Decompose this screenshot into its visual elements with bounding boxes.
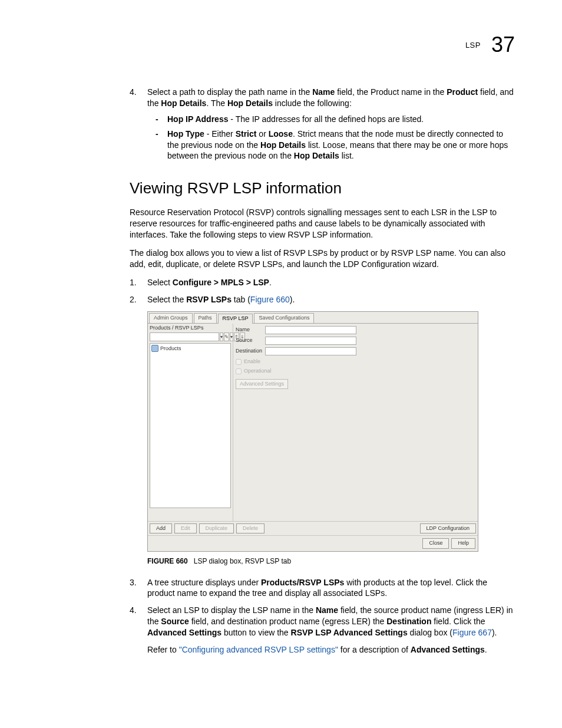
step-2: 2. Select the RSVP LSPs tab (Figure 660)…	[130, 294, 515, 305]
products-tree-panel: Products / RSVP LSPs ▾ ✎ ▾ ⇑ ⇓	[148, 324, 233, 521]
page-body: 4. Select a path to display the path nam…	[47, 87, 515, 655]
figure-link[interactable]: Figure 667	[452, 628, 492, 637]
paragraph: The dialog box allows you to view a list…	[130, 248, 515, 270]
header-label: LSP	[465, 41, 481, 50]
operational-checkbox-row: Operational	[236, 368, 475, 374]
tree-header: Products / RSVP LSPs	[150, 325, 231, 331]
step-number: 2.	[130, 294, 137, 305]
tree-toolbar: ▾ ✎ ▾ ⇑ ⇓	[150, 332, 231, 341]
tree-filter-input[interactable]	[150, 332, 219, 341]
duplicate-button[interactable]: Duplicate	[199, 523, 234, 534]
enable-checkbox[interactable]	[236, 359, 242, 365]
form-panel: Name Source Destination	[233, 324, 478, 521]
add-button[interactable]: Add	[150, 523, 172, 534]
tab-admin-groups[interactable]: Admin Groups	[149, 313, 193, 323]
figure-660: Admin Groups Paths RSVP LSP Saved Config…	[147, 311, 515, 566]
tab-rsvp-lsp[interactable]: RSVP LSP	[218, 314, 253, 324]
list-number: 4.	[130, 87, 137, 98]
delete-button[interactable]: Delete	[236, 523, 265, 534]
section-title: Viewing RSVP LSP information	[130, 178, 515, 199]
edit-icon[interactable]: ✎	[224, 332, 229, 341]
destination-input[interactable]	[265, 347, 356, 355]
figure-caption-text: LSP dialog box, RSVP LSP tab	[194, 557, 291, 565]
tab-saved-configurations[interactable]: Saved Configurations	[254, 313, 314, 323]
paragraph: Resource Reservation Protocol (RSVP) con…	[130, 207, 515, 241]
page: LSP 37 4. Select a path to display the p…	[0, 0, 562, 728]
form-row-destination: Destination	[236, 347, 475, 355]
name-label: Name	[236, 327, 265, 333]
folder-icon	[151, 345, 158, 352]
step-number: 4.	[130, 605, 137, 616]
sub-list-item: Hop IP Address - The IP addresses for al…	[147, 114, 515, 125]
edit-button[interactable]: Edit	[174, 523, 197, 534]
step-1: 1. Select Configure > MPLS > LSP.	[130, 277, 515, 288]
dialog-buttons-row: Add Edit Duplicate Delete LDP Configurat…	[148, 521, 478, 536]
step-4: 4. Select an LSP to display the LSP name…	[130, 605, 515, 655]
lsp-dialog: Admin Groups Paths RSVP LSP Saved Config…	[147, 311, 478, 552]
dialog-footer: Close Help	[148, 535, 478, 551]
form-row-source: Source	[236, 337, 475, 345]
tab-bar: Admin Groups Paths RSVP LSP Saved Config…	[148, 312, 478, 323]
operational-checkbox[interactable]	[236, 368, 242, 374]
step-number: 1.	[130, 277, 137, 288]
close-button[interactable]: Close	[422, 538, 449, 549]
right-buttons: LDP Configuration	[420, 523, 476, 534]
ldp-configuration-button[interactable]: LDP Configuration	[420, 523, 476, 534]
name-input[interactable]	[265, 326, 356, 334]
destination-label: Destination	[236, 348, 265, 354]
advanced-settings-button[interactable]: Advanced Settings	[236, 379, 288, 390]
tree-content[interactable]: Products	[150, 343, 231, 508]
tree-node-label: Products	[160, 346, 181, 352]
top-numbered-list: 4. Select a path to display the path nam…	[130, 87, 515, 162]
steps-list: 1. Select Configure > MPLS > LSP. 2. Sel…	[130, 277, 515, 305]
dropdown-icon[interactable]: ▾	[220, 332, 223, 341]
cross-reference-link[interactable]: "Configuring advanced RSVP LSP settings"	[179, 645, 338, 654]
step-number: 3.	[130, 577, 137, 588]
enable-label: Enable	[244, 359, 260, 365]
tree-root-node[interactable]: Products	[151, 345, 229, 352]
dialog-main: Products / RSVP LSPs ▾ ✎ ▾ ⇑ ⇓	[148, 323, 478, 521]
tab-paths[interactable]: Paths	[194, 313, 217, 323]
header-number: 37	[491, 32, 515, 57]
figure-caption: FIGURE 660 LSP dialog box, RSVP LSP tab	[147, 556, 515, 566]
figure-link[interactable]: Figure 660	[250, 295, 290, 304]
list-text: Select a path to display the path name i…	[147, 87, 514, 108]
step-3: 3. A tree structure displays under Produ…	[130, 577, 515, 599]
page-header: LSP 37	[47, 32, 515, 57]
sub-list: Hop IP Address - The IP addresses for al…	[147, 114, 515, 162]
left-buttons: Add Edit Duplicate Delete	[150, 523, 265, 534]
source-label: Source	[236, 338, 265, 344]
enable-checkbox-row: Enable	[236, 359, 475, 365]
sub-list-item: Hop Type - Either Strict or Loose. Stric…	[147, 129, 515, 162]
source-input[interactable]	[265, 337, 356, 345]
figure-label: FIGURE 660	[147, 557, 188, 565]
operational-label: Operational	[244, 368, 272, 374]
form-row-name: Name	[236, 326, 475, 334]
list-item-4: 4. Select a path to display the path nam…	[130, 87, 515, 162]
steps-list-2: 3. A tree structure displays under Produ…	[130, 577, 515, 655]
help-button[interactable]: Help	[451, 538, 475, 549]
